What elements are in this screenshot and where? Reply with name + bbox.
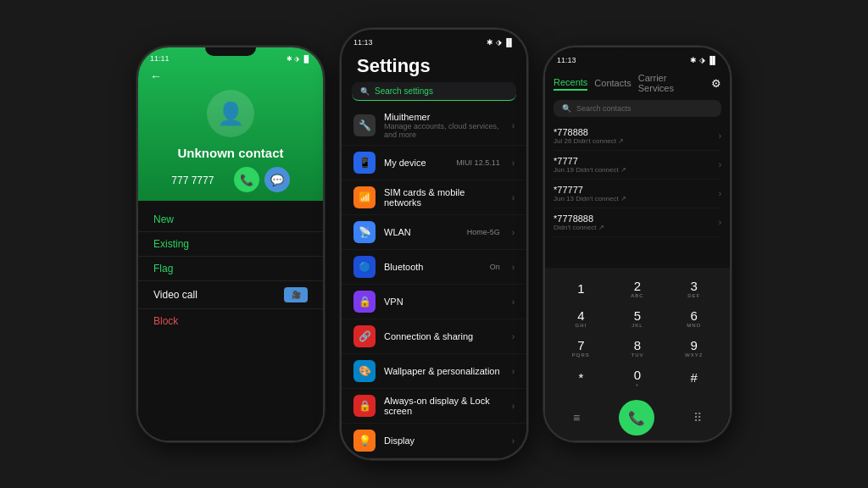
wlan-badge: Home-5G [467, 228, 500, 236]
recent-item-2[interactable]: *77777 Jun 13 Didn't connect ↗ › [554, 180, 721, 208]
settings-item-mydevice[interactable]: 📱 My device MIUI 12.5.11 › [342, 146, 526, 180]
dialer-tabs: Recents Contacts Carrier Services ⚙ [545, 64, 730, 98]
connection-text: Connection & sharing [384, 331, 504, 341]
tab-contacts[interactable]: Contacts [594, 76, 631, 90]
key-6[interactable]: 6MNO [666, 304, 721, 332]
phones-container: 11:11 ✱ ⬗ ▐▌ ← 👤 Unknown contact 777 777… [0, 0, 868, 488]
key-0[interactable]: 0+ [610, 363, 665, 391]
chevron-icon: › [719, 189, 721, 198]
chevron-icon: › [719, 218, 721, 227]
key-1[interactable]: 1 [554, 274, 609, 302]
recent-item-1[interactable]: *7777 Jun 19 Didn't connect ↗ › [554, 151, 721, 180]
options-list: New Existing Flag Video call 🎥 Block [138, 201, 323, 441]
wlan-text: WLAN [384, 227, 459, 237]
key-5[interactable]: 5JKL [610, 304, 665, 332]
menu-icon[interactable]: ≡ [573, 411, 580, 424]
phone-dialer: 11:13 ✱ ⬗ ▐▌ Recents Contacts Carrier Se… [543, 46, 732, 442]
chevron-icon: › [512, 367, 515, 376]
vpn-icon: 🔒 [353, 291, 376, 313]
bluetooth-text: Bluetooth [384, 262, 481, 272]
display-icon: 💡 [353, 430, 376, 452]
settings-item-vpn[interactable]: 🔒 VPN › [342, 285, 526, 319]
key-7[interactable]: 7PQRS [554, 334, 609, 362]
sim-icon: 📶 [353, 186, 376, 208]
key-4[interactable]: 4GHI [554, 304, 609, 332]
settings-item-sim[interactable]: 📶 SIM cards & mobile networks › [342, 180, 526, 215]
call-fab-button[interactable]: 📞 [619, 400, 654, 435]
search-contacts-label: Search contacts [576, 104, 632, 113]
chevron-icon: › [512, 436, 515, 446]
sim-text: SIM cards & mobile networks [384, 187, 504, 208]
keypad: 1 2ABC 3DEF 4GHI 5JKL 6MNO 7PQRS 8TUV 9W… [545, 268, 730, 395]
miuithemer-icon: 🔧 [353, 114, 376, 136]
status-icons-3: ✱ ⬗ ▐▌ [690, 56, 718, 64]
phone-settings: 11:13 ✱ ⬗ ▐▌ Settings 🔍 Search settings … [340, 28, 528, 460]
chevron-icon: › [719, 131, 721, 141]
settings-item-miuithemer[interactable]: 🔧 Miuithemer Manage accounts, cloud serv… [342, 106, 526, 146]
settings-item-bluetooth[interactable]: 🔵 Bluetooth On › [342, 250, 526, 285]
chevron-icon: › [512, 158, 515, 168]
settings-item-display[interactable]: 💡 Display › [342, 424, 526, 458]
status-icons-2: ✱ ⬗ ▐▌ [487, 38, 515, 47]
time-3: 11:13 [557, 56, 576, 64]
search-bar[interactable]: 🔍 Search settings [352, 82, 516, 101]
tab-carrier[interactable]: Carrier Services [638, 71, 704, 95]
option-new[interactable]: New [138, 208, 323, 232]
chevron-icon: › [512, 193, 515, 202]
chevron-icon: › [719, 160, 721, 169]
back-button[interactable]: ← [138, 66, 323, 86]
search-icon-d: 🔍 [562, 104, 571, 113]
recent-item-3[interactable]: *7778888 Didn't connect ↗ › [554, 208, 721, 237]
vpn-text: VPN [384, 297, 504, 307]
chevron-icon: › [512, 228, 515, 237]
tab-recents[interactable]: Recents [554, 75, 587, 91]
dialer-bottom: ≡ 📞 ⠿ [545, 395, 730, 441]
bluetooth-icon: 🔵 [353, 256, 376, 278]
chevron-icon: › [512, 402, 515, 411]
option-block[interactable]: Block [138, 309, 323, 333]
mydevice-badge: MIUI 12.5.11 [456, 158, 500, 167]
wlan-icon: 📡 [353, 221, 376, 243]
key-9[interactable]: 9WXYZ [666, 334, 721, 362]
option-videocall[interactable]: Video call 🎥 [138, 281, 323, 309]
chevron-icon: › [512, 332, 515, 341]
time-1: 11:11 [150, 54, 170, 63]
chevron-icon: › [512, 121, 515, 130]
key-8[interactable]: 8TUV [610, 334, 665, 362]
dialpad-icon[interactable]: ⠿ [693, 411, 702, 424]
status-icons-1: ✱ ⬗ ▐▌ [287, 54, 311, 63]
mydevice-text: My device [384, 158, 448, 168]
message-button[interactable]: 💬 [264, 167, 290, 192]
option-existing[interactable]: Existing [138, 232, 323, 257]
key-star[interactable]: * [554, 363, 609, 391]
connection-icon: 🔗 [353, 325, 376, 347]
recent-list: *778888 Jul 26 Didn't connect ↗ › *7777 … [545, 122, 730, 268]
settings-list: 🔧 Miuithemer Manage accounts, cloud serv… [342, 106, 526, 458]
avatar: 👤 [207, 90, 254, 137]
settings-item-wlan[interactable]: 📡 WLAN Home-5G › [342, 215, 526, 250]
key-hash[interactable]: # [666, 363, 721, 391]
chevron-icon: › [512, 263, 515, 272]
search-placeholder: Search settings [375, 86, 433, 96]
aod-text: Always-on display & Lock screen [384, 396, 504, 416]
call-button[interactable]: 📞 [234, 167, 259, 192]
settings-item-connection[interactable]: 🔗 Connection & sharing › [342, 319, 526, 354]
mydevice-icon: 📱 [353, 152, 376, 174]
contact-number: 777 7777 📞 💬 [138, 167, 323, 192]
chevron-icon: › [512, 297, 515, 307]
time-2: 11:13 [353, 38, 373, 47]
wallpaper-icon: 🎨 [353, 360, 376, 382]
settings-item-wallpaper[interactable]: 🎨 Wallpaper & personalization › [342, 354, 526, 389]
display-text: Display [384, 435, 504, 446]
recent-item-0[interactable]: *778888 Jul 26 Didn't connect ↗ › [554, 122, 721, 151]
settings-title: Settings [342, 47, 526, 82]
search-icon: 🔍 [360, 87, 370, 96]
wallpaper-text: Wallpaper & personalization [384, 366, 504, 376]
gear-icon[interactable]: ⚙ [711, 77, 721, 90]
search-contacts[interactable]: 🔍 Search contacts [554, 100, 721, 117]
key-2[interactable]: 2ABC [610, 274, 665, 302]
settings-item-aod[interactable]: 🔒 Always-on display & Lock screen › [342, 389, 526, 424]
key-3[interactable]: 3DEF [666, 274, 721, 302]
video-icon: 🎥 [284, 287, 308, 302]
option-flag[interactable]: Flag [138, 257, 323, 281]
